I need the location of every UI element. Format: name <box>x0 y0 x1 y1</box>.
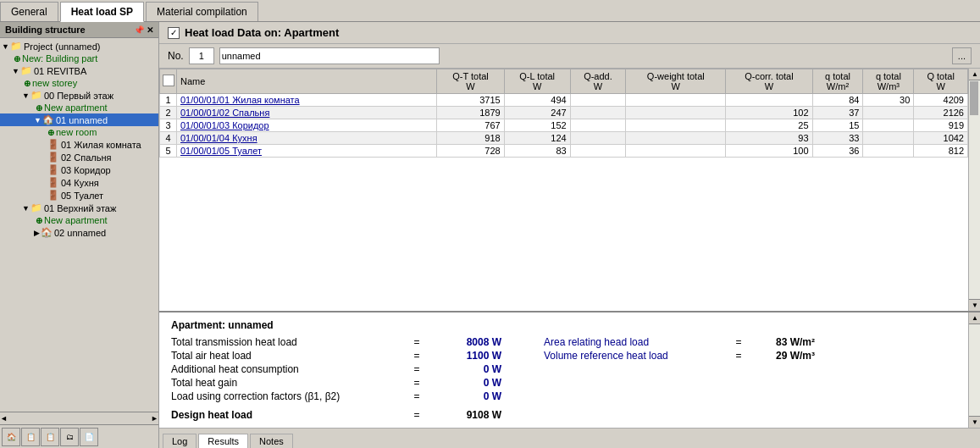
tree-new-apartment-1[interactable]: ⊕ New apartment <box>0 102 158 113</box>
table-row[interactable]: 4 01/00/01/04 Кухня 918 124 93 33 1042 <box>160 132 968 145</box>
folder-icon: 📁 <box>20 65 32 76</box>
summary-val-5: 0 W <box>425 390 501 402</box>
summary-eq-2: = <box>408 350 425 362</box>
table-row[interactable]: 3 01/00/01/03 Коридор 767 152 25 15 919 <box>160 119 968 132</box>
summary-label-2: Total air heat load <box>171 350 408 362</box>
scroll-track <box>969 80 980 299</box>
tree-pervyi-etazh[interactable]: ▼ 📁 00 Первый этаж <box>0 89 158 102</box>
collapse-icon: ▼ <box>22 204 30 213</box>
tab-results[interactable]: Results <box>198 434 248 448</box>
table-row[interactable]: 2 01/00/01/02 Спальня 1879 247 102 37 21… <box>160 107 968 119</box>
folder-icon: 📁 <box>30 202 42 213</box>
design-value: 9108 W <box>425 409 501 421</box>
add-icon: ⊕ <box>47 128 54 137</box>
collapse-icon: ▼ <box>22 91 30 100</box>
sidebar-scroll-left[interactable]: ◄ ► <box>0 412 158 424</box>
summary-val-2: 1100 W <box>425 350 501 362</box>
summary-val-1: 8008 W <box>425 336 501 348</box>
collapse-icon: ▼ <box>34 116 42 124</box>
tree-unnamed-2[interactable]: ▶ 🏠 02 unnamed <box>0 226 158 239</box>
table-row[interactable]: 5 01/00/01/05 Туалет 728 83 100 36 812 <box>160 145 968 158</box>
dots-button[interactable]: ... <box>952 47 972 64</box>
add-icon: ⊕ <box>14 54 20 64</box>
summary-val-3: 0 W <box>425 363 501 375</box>
heatload-title: Heat load Data on: Apartment <box>185 26 339 39</box>
tree-new-storey[interactable]: ⊕ new storey <box>0 77 158 89</box>
folder-icon: 🏠 <box>41 227 53 238</box>
tree-spalnya[interactable]: 🚪 02 Спальня <box>0 151 158 163</box>
project-icon: 📁 <box>10 41 22 52</box>
scroll-up-btn[interactable]: ▲ <box>969 69 980 80</box>
scroll-down-btn[interactable]: ▼ <box>969 299 980 311</box>
heatload-checkbox[interactable]: ✓ <box>168 27 180 39</box>
toolbar-btn-1[interactable]: 🏠 <box>2 428 20 446</box>
file-icon: 🚪 <box>47 164 59 175</box>
summary-scrollbar: ▲ ▼ <box>968 312 980 428</box>
copy-icon[interactable] <box>163 75 174 86</box>
file-icon: 🚪 <box>47 177 59 188</box>
toolbar-btn-5[interactable]: 📄 <box>80 428 98 446</box>
tab-heatload[interactable]: Heat load SP <box>60 2 144 22</box>
summary-right-label-2: Volume reference heat load <box>544 350 730 362</box>
tab-log[interactable]: Log <box>163 434 197 448</box>
no-input[interactable] <box>189 47 214 64</box>
summary-label-1: Total transmission heat load <box>171 336 408 348</box>
tree-zhilaya[interactable]: 🚪 01 Жилая комната <box>0 138 158 151</box>
add-icon: ⊕ <box>36 216 42 225</box>
tree-koridor[interactable]: 🚪 03 Коридор <box>0 163 158 176</box>
tree-kukhnya[interactable]: 🚪 04 Кухня <box>0 176 158 189</box>
folder-icon: 🏠 <box>42 114 54 125</box>
tree-new-building-part[interactable]: ⊕ New: Building part <box>0 53 158 64</box>
name-input[interactable] <box>219 47 440 64</box>
collapse-icon: ▼ <box>2 42 9 51</box>
tree-project[interactable]: ▼ 📁 Project (unnamed) <box>0 40 158 53</box>
summary-section: Apartment: unnamed Total transmission he… <box>159 311 980 428</box>
bottom-tabs-bar: Log Results Notes <box>159 428 980 448</box>
no-label: No. <box>168 50 184 62</box>
heat-table: Name Q-T totalW Q-L totalW Q-add.W Q-wei… <box>159 69 968 158</box>
toolbar-btn-3[interactable]: 📋 <box>41 428 59 446</box>
add-icon: ⊕ <box>36 103 42 113</box>
tree-new-apartment-2[interactable]: ⊕ New apartment <box>0 214 158 226</box>
pin-icon[interactable]: 📌 <box>134 25 144 35</box>
summary-title: Apartment: unnamed <box>171 319 956 331</box>
collapse-icon: ▼ <box>12 67 19 75</box>
tab-material[interactable]: Material compilation <box>146 2 258 21</box>
sidebar-toolbar: 🏠 📋 📋 🗂 📄 <box>0 424 158 448</box>
summary-eq-5: = <box>408 390 425 402</box>
tab-notes[interactable]: Notes <box>250 434 293 448</box>
close-icon[interactable]: ✕ <box>147 25 153 35</box>
tree-tualet[interactable]: 🚪 05 Туалет <box>0 189 158 202</box>
sidebar-tree: ▼ 📁 Project (unnamed) ⊕ New: Building pa… <box>0 38 158 412</box>
tree-unnamed-1[interactable]: ▼ 🏠 01 unnamed <box>0 113 158 126</box>
summary-label-5: Load using correction factors (β1, β2) <box>171 390 408 402</box>
tab-general[interactable]: General <box>0 2 58 21</box>
tree-new-room[interactable]: ⊕ new room <box>0 126 158 138</box>
summary-scroll-up[interactable]: ▲ <box>969 312 980 324</box>
heatload-header: ✓ Heat load Data on: Apartment <box>159 22 980 44</box>
summary-eq-1: = <box>408 336 425 348</box>
file-icon: 🚪 <box>47 139 59 150</box>
toolbar-btn-4[interactable]: 🗂 <box>60 428 79 446</box>
summary-right-val-2: 29 W/m³ <box>747 350 815 362</box>
expand-icon: ▶ <box>34 229 40 237</box>
table-scrollbar: ▲ ▼ <box>968 69 980 311</box>
file-icon: 🚪 <box>47 190 59 201</box>
add-icon: ⊕ <box>24 79 30 88</box>
summary-label-4: Total heat gain <box>171 377 408 389</box>
table-row[interactable]: 1 01/00/01/01 Жилая комната 3715 494 84 … <box>160 94 968 107</box>
tree-verkhnyi-etazh[interactable]: ▼ 📁 01 Верхний этаж <box>0 202 158 214</box>
summary-right-label-1: Area relating head load <box>544 336 730 348</box>
tree-revitba[interactable]: ▼ 📁 01 REVITBA <box>0 64 158 77</box>
summary-label-3: Additional heat consumption <box>171 363 408 375</box>
summary-eq-4: = <box>408 377 425 389</box>
summary-scroll-down[interactable]: ▼ <box>969 416 980 428</box>
summary-right-eq-1: = <box>730 336 747 348</box>
scroll-thumb[interactable] <box>970 81 978 115</box>
design-label: Design heat load <box>171 409 408 421</box>
toolbar-btn-2[interactable]: 📋 <box>21 428 40 446</box>
summary-right-val-1: 83 W/m² <box>747 336 815 348</box>
design-eq: = <box>408 409 425 421</box>
sidebar-header: Building structure 📌 ✕ <box>0 22 158 38</box>
folder-icon: 📁 <box>30 90 42 101</box>
